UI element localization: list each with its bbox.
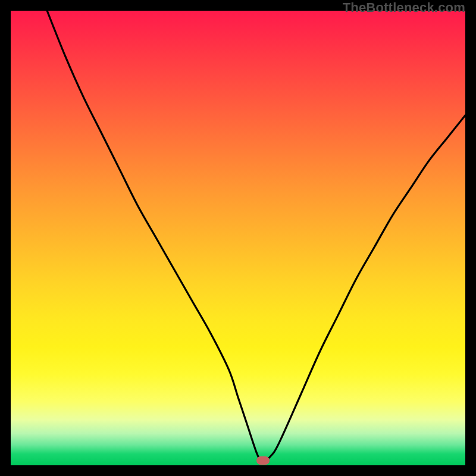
bottleneck-curve: [47, 11, 465, 462]
curve-svg: [11, 11, 465, 465]
optimal-marker: [256, 456, 270, 465]
watermark-text: TheBottleneck.com: [343, 0, 465, 15]
plot-area: [11, 11, 465, 465]
chart-frame: TheBottleneck.com: [0, 0, 476, 476]
